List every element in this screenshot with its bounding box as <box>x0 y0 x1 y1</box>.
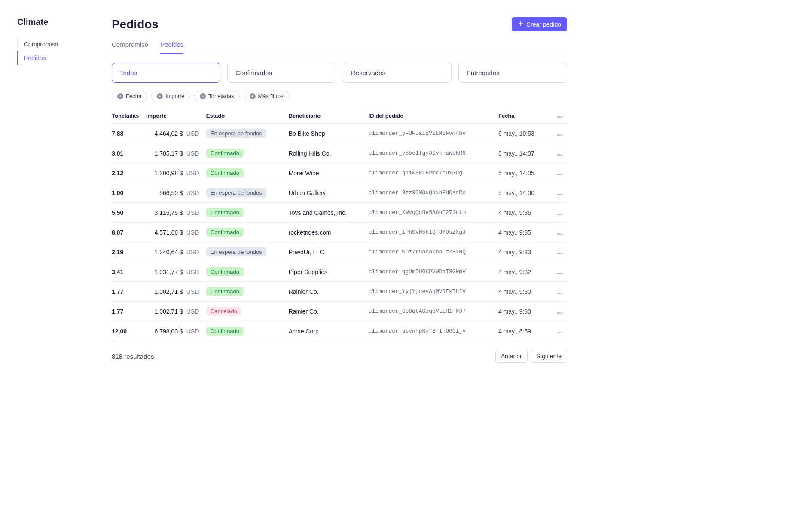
cell-fecha: 5 may., 14:00 <box>498 183 550 203</box>
cell-currency: USD <box>185 124 206 143</box>
cell-currency: USD <box>185 242 206 262</box>
col-header-id[interactable]: ID del pedido <box>369 109 498 124</box>
cell-toneladas: 2,19 <box>112 242 146 262</box>
main-content: Pedidos Crear pedido CompromisoPedidos T… <box>95 17 567 531</box>
orders-table: Toneladas Importe Estado Beneficiario ID… <box>112 109 567 341</box>
row-more-button[interactable] <box>550 203 567 223</box>
row-more-button[interactable] <box>550 282 567 302</box>
cell-beneficiario: Rolling Hills Co. <box>289 143 369 163</box>
cell-importe: 1.931,77 $ <box>146 262 185 282</box>
status-filter-confirmados[interactable]: Confirmados <box>227 63 336 83</box>
table-row[interactable]: 2,191.240,64 $USDEn espera de fondosPowd… <box>112 242 567 262</box>
tab-compromiso[interactable]: Compromiso <box>112 38 148 54</box>
row-more-button[interactable] <box>550 124 567 143</box>
row-more-button[interactable] <box>550 223 567 242</box>
table-row[interactable]: 1,00566,50 $USDEn espera de fondosUrban … <box>112 183 567 203</box>
cell-importe: 1.705,17 $ <box>146 143 185 163</box>
row-more-button[interactable] <box>550 143 567 163</box>
chip-label: Toneladas <box>208 93 234 99</box>
table-row[interactable]: 1,771.002,71 $USDConfirmadoRainier Co.cl… <box>112 282 567 302</box>
header: Pedidos Crear pedido <box>112 17 567 31</box>
more-icon <box>557 194 563 195</box>
cell-order-id: climorder_WDz7r5beoknoFfZHxHQ <box>369 242 498 262</box>
cell-currency: USD <box>185 262 206 282</box>
cell-order-id: climorder_qgUmDUOKPVWDpT3GHmV <box>369 262 498 282</box>
status-filters: TodosConfirmadosReservadosEntregados <box>112 63 567 83</box>
table-row[interactable]: 3,011.705,17 $USDConfirmadoRolling Hills… <box>112 143 567 163</box>
row-more-button[interactable] <box>550 302 567 321</box>
cell-estado: Confirmado <box>206 321 289 341</box>
col-header-more[interactable] <box>550 109 567 124</box>
row-more-button[interactable] <box>550 242 567 262</box>
cell-order-id: climorder_usvnhpRxfBfInOGCijv <box>369 321 498 341</box>
table-row[interactable]: 3,411.931,77 $USDConfirmadoPiper Supplie… <box>112 262 567 282</box>
cell-beneficiario: Rainier Co. <box>289 302 369 321</box>
cell-estado: En espera de fondos <box>206 183 289 203</box>
table-row[interactable]: 5,503.115,75 $USDConfirmadoToys and Game… <box>112 203 567 223</box>
cell-estado: Confirmado <box>206 163 289 183</box>
status-badge: Confirmado <box>206 168 244 177</box>
table-row[interactable]: 1,771.002,71 $USDCanceladoRainier Co.cli… <box>112 302 567 321</box>
cell-toneladas: 1,77 <box>112 282 146 302</box>
cell-estado: Confirmado <box>206 203 289 223</box>
more-icon <box>557 233 563 235</box>
cell-importe: 566,50 $ <box>146 183 185 203</box>
filter-chip-fecha[interactable]: +Fecha <box>112 91 147 101</box>
cell-order-id: climorder_KWVqQcHe5A0uE272ntm <box>369 203 498 223</box>
cell-order-id: climorder_q1iWSkIEPmc7cDx3Pg <box>369 163 498 183</box>
status-badge: Cancelado <box>206 307 241 316</box>
filter-chip-importe[interactable]: +Importe <box>151 91 190 101</box>
status-filter-todos[interactable]: Todos <box>112 63 220 83</box>
cell-currency: USD <box>185 163 206 183</box>
chip-label: Fecha <box>126 93 141 99</box>
filter-chip-toneladas[interactable]: +Toneladas <box>194 91 239 101</box>
col-header-estado[interactable]: Estado <box>206 109 289 124</box>
plus-icon <box>518 21 524 28</box>
prev-button[interactable]: Anterior <box>495 350 528 363</box>
row-more-button[interactable] <box>550 321 567 341</box>
col-header-fecha[interactable]: Fecha <box>498 109 550 124</box>
filter-chip-más-filtros[interactable]: +Más filtros <box>244 91 289 101</box>
plus-circle-icon: + <box>117 93 123 99</box>
cell-importe: 1.002,71 $ <box>146 282 185 302</box>
status-filter-reservados[interactable]: Reservados <box>343 63 452 83</box>
cell-beneficiario: Rainier Co. <box>289 282 369 302</box>
sidebar-item-pedidos[interactable]: Pedidos <box>17 51 95 65</box>
chip-label: Más filtros <box>258 93 284 99</box>
table-row[interactable]: 7,884.464,02 $USDEn espera de fondosBo B… <box>112 124 567 143</box>
more-icon <box>557 273 563 274</box>
table-row[interactable]: 2,121.200,98 $USDConfirmadoMorai Winecli… <box>112 163 567 183</box>
cell-fecha: 4 may., 9:30 <box>498 282 550 302</box>
cell-fecha: 4 may., 9:35 <box>498 223 550 242</box>
row-more-button[interactable] <box>550 262 567 282</box>
status-filter-entregados[interactable]: Entregados <box>458 63 567 83</box>
cell-toneladas: 2,12 <box>112 163 146 183</box>
sidebar-item-compromiso[interactable]: Compromiso <box>17 37 95 51</box>
cell-importe: 1.200,98 $ <box>146 163 185 183</box>
tabs: CompromisoPedidos <box>112 38 567 54</box>
table-row[interactable]: 8,074.571,66 $USDConfirmadorocketrides.c… <box>112 223 567 242</box>
tab-pedidos[interactable]: Pedidos <box>160 38 183 54</box>
cell-importe: 4.464,02 $ <box>146 124 185 143</box>
row-more-button[interactable] <box>550 183 567 203</box>
cell-fecha: 4 may., 9:36 <box>498 203 550 223</box>
chip-label: Importe <box>165 93 184 99</box>
cell-toneladas: 3,01 <box>112 143 146 163</box>
cell-estado: Confirmado <box>206 143 289 163</box>
col-header-beneficiario[interactable]: Beneficiario <box>289 109 369 124</box>
cell-order-id: climorder_iPhSVN5hIQf3Y0sZXgJ <box>369 223 498 242</box>
cell-importe: 4.571,66 $ <box>146 223 185 242</box>
cell-beneficiario: PowdUr, LLC. <box>289 242 369 262</box>
more-icon <box>557 312 563 314</box>
col-header-toneladas[interactable]: Toneladas <box>112 109 146 124</box>
status-badge: Confirmado <box>206 287 244 296</box>
table-row[interactable]: 12,006.798,00 $USDConfirmadoAcme Corpcli… <box>112 321 567 341</box>
cell-fecha: 6 may., 10:53 <box>498 124 550 143</box>
create-order-button[interactable]: Crear pedido <box>512 17 567 31</box>
next-button[interactable]: Siguiente <box>531 350 567 363</box>
col-header-importe[interactable]: Importe <box>146 109 206 124</box>
cell-beneficiario: Urban Gallery <box>289 183 369 203</box>
cell-currency: USD <box>185 302 206 321</box>
more-icon <box>557 293 563 294</box>
row-more-button[interactable] <box>550 163 567 183</box>
